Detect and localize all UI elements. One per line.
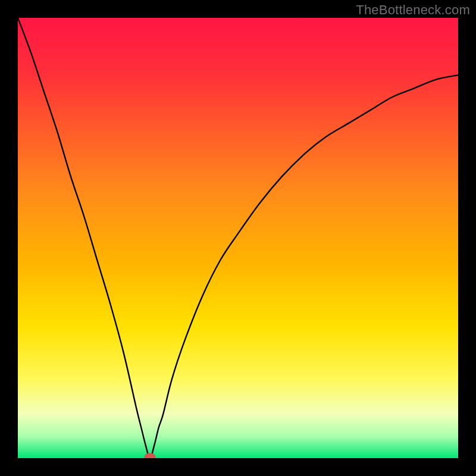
chart-frame: TheBottleneck.com [0,0,476,476]
plot-area [18,18,458,458]
watermark-text: TheBottleneck.com [356,2,470,18]
bottleneck-chart [18,18,458,458]
gradient-background [18,18,458,458]
